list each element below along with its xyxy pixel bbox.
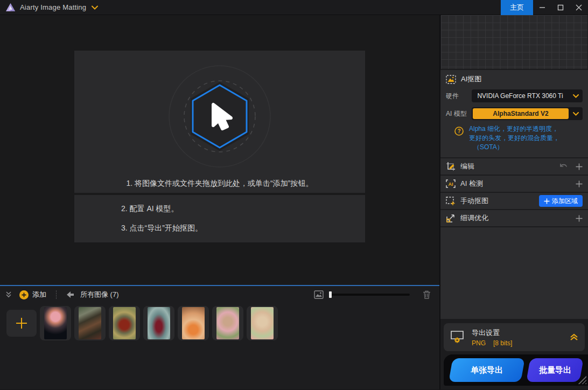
titlebar: Aiarty Image Matting 主页: [0, 0, 588, 15]
add-images-label: 添加: [32, 290, 46, 300]
app-title: Aiarty Image Matting: [20, 3, 86, 11]
slider-handle[interactable]: [329, 291, 332, 298]
single-export-button[interactable]: 单张导出: [449, 358, 525, 382]
collapse-filmstrip-icon[interactable]: [5, 291, 12, 298]
sota-badge: （SOTA）: [473, 143, 503, 151]
export-bits: [8 bits]: [493, 339, 512, 347]
filmstrip-panel: 添加 所有图像 (7): [0, 285, 439, 389]
home-button[interactable]: 主页: [501, 0, 533, 15]
thumbnail-2-image: [79, 307, 101, 339]
thumbnail-3-image: [113, 307, 136, 339]
app-logo-icon: [5, 3, 16, 12]
svg-text:AI: AI: [449, 182, 453, 187]
hardware-value: NVIDIA GeForce RTX 3060 Ti: [472, 92, 569, 100]
add-image-tile[interactable]: [6, 310, 37, 337]
model-description-line1: Alpha 细化，更好的半透明度，: [469, 124, 583, 134]
edit-icon: [446, 162, 456, 171]
drop-zone[interactable]: 1. 将图像文件或文件夹拖放到此处，或单击“添加”按钮。: [74, 51, 365, 193]
drop-instruction-2: 2. 配置 AI 模型。: [121, 204, 365, 214]
hardware-label: 硬件: [446, 92, 472, 101]
back-arrow-icon: [66, 291, 75, 298]
edit-title: 编辑: [460, 162, 474, 171]
thumbnail-7-image: [251, 307, 274, 339]
manual-matting-section[interactable]: 手动抠图 添加区域: [440, 193, 588, 209]
filmstrip-toolbar: 添加 所有图像 (7): [0, 286, 439, 303]
thumbnail-2[interactable]: [74, 306, 106, 340]
model-label: AI 模型: [446, 109, 472, 119]
refine-section[interactable]: 细调优化: [440, 210, 588, 226]
model-value: AlphaStandard V2: [473, 108, 569, 119]
hardware-chevron-down-icon: [569, 94, 583, 98]
steps-panel: 2. 配置 AI 模型。 3. 点击“导出”开始抠图。: [74, 195, 365, 242]
thumbnail-5-image: [182, 307, 205, 339]
add-region-button[interactable]: 添加区域: [539, 195, 583, 207]
transparency-grid-preview: [441, 15, 587, 69]
toolbar-separator: [56, 290, 57, 299]
add-images-button[interactable]: 添加: [19, 290, 46, 300]
thumbnail-5[interactable]: [178, 306, 209, 340]
batch-export-button[interactable]: 批量导出: [526, 358, 584, 382]
trash-icon[interactable]: [423, 290, 431, 299]
ai-matting-icon: [446, 75, 456, 84]
thumbnail-zoom-slider[interactable]: [329, 294, 410, 296]
thumbnail-3[interactable]: [109, 306, 140, 340]
minimize-button[interactable]: [533, 0, 551, 15]
thumbnail-1-image: [44, 307, 67, 339]
manual-matting-icon: [446, 197, 456, 206]
edit-section[interactable]: 编辑: [440, 158, 588, 175]
thumbnail-7[interactable]: [247, 306, 278, 340]
ai-detect-section[interactable]: AI AI 检测: [440, 176, 588, 192]
drop-instruction-3: 3. 点击“导出”开始抠图。: [121, 224, 365, 233]
model-chevron-down-icon: [569, 112, 583, 116]
canvas-area: 1. 将图像文件或文件夹拖放到此处，或单击“添加”按钮。 2. 配置 AI 模型…: [0, 15, 439, 285]
model-description-line2: 更好的头发，更好的混合质量，（SOTA）: [469, 134, 583, 152]
app-window: Aiarty Image Matting 主页: [0, 0, 588, 390]
edit-expand-plus-icon[interactable]: [576, 163, 583, 170]
export-settings-icon: [450, 330, 465, 344]
undo-icon[interactable]: [559, 163, 568, 170]
ai-matting-title: AI抠图: [461, 74, 481, 84]
refine-icon: [446, 214, 456, 223]
help-icon[interactable]: ?: [454, 127, 464, 152]
ai-matting-section: AI抠图 硬件 NVIDIA GeForce RTX 3060 Ti AI 模型…: [440, 70, 588, 157]
thumbnail-6-image: [216, 307, 239, 339]
all-images-label: 所有图像 (7): [80, 290, 119, 300]
refine-expand-plus-icon[interactable]: [576, 215, 583, 222]
maximize-button[interactable]: [551, 0, 570, 15]
export-format: PNG[8 bits]: [472, 339, 512, 347]
filmstrip-right-tools: [314, 290, 431, 299]
app-menu-chevron-down-icon[interactable]: [92, 5, 98, 10]
export-settings-card[interactable]: 导出设置 PNG[8 bits]: [444, 323, 585, 351]
workspace: 1. 将图像文件或文件夹拖放到此处，或单击“添加”按钮。 2. 配置 AI 模型…: [0, 15, 439, 389]
ai-detect-icon: AI: [446, 179, 456, 188]
thumbnail-1[interactable]: [40, 306, 71, 340]
hardware-select[interactable]: NVIDIA GeForce RTX 3060 Ti: [472, 89, 583, 102]
drop-instruction-1: 1. 将图像文件或文件夹拖放到此处，或单击“添加”按钮。: [127, 179, 313, 195]
add-plus-icon: [19, 290, 29, 300]
model-description: Alpha 细化，更好的半透明度， 更好的头发，更好的混合质量，（SOTA）: [469, 124, 583, 152]
sidebar: AI抠图 硬件 NVIDIA GeForce RTX 3060 Ti AI 模型…: [439, 15, 588, 389]
export-settings-title: 导出设置: [472, 328, 512, 338]
export-buttons-bar: 单张导出 批量导出: [444, 354, 588, 386]
all-images-filter[interactable]: 所有图像 (7): [66, 290, 119, 300]
svg-text:?: ?: [457, 128, 460, 134]
thumbnail-size-icon: [314, 290, 324, 299]
thumbnail-strip: [0, 303, 439, 341]
thumbnail-4[interactable]: [143, 306, 174, 340]
manual-matting-title: 手动抠图: [460, 196, 488, 206]
ai-detect-title: AI 检测: [460, 179, 483, 189]
collapse-export-chevrons-up-icon[interactable]: [570, 333, 578, 341]
sidebar-empty-panel: [440, 227, 588, 319]
model-select[interactable]: AlphaStandard V2: [472, 107, 583, 120]
refine-title: 细调优化: [460, 213, 488, 223]
thumbnail-6[interactable]: [212, 306, 243, 340]
close-button[interactable]: [570, 0, 588, 15]
thumbnail-4-image: [148, 307, 170, 339]
add-region-label: 添加区域: [552, 197, 578, 206]
ai-detect-expand-plus-icon[interactable]: [576, 180, 583, 187]
drop-zone-hexagon-cursor-icon: [157, 54, 282, 179]
